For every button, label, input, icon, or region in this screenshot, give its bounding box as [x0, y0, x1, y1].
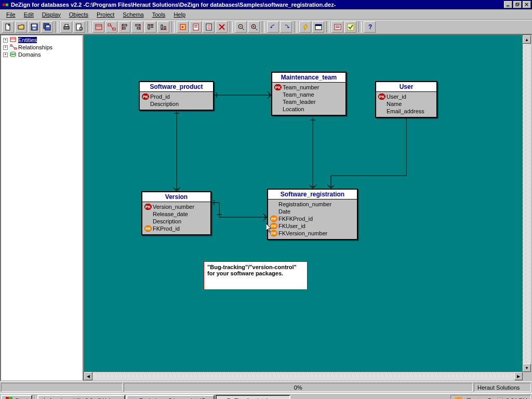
- note-box[interactable]: "Bug-tracking"/"version-control" for you…: [204, 261, 308, 290]
- field-row[interactable]: Date: [269, 208, 356, 215]
- expand-icon[interactable]: +: [3, 38, 8, 43]
- svg-rect-84: [9, 397, 12, 399]
- task-button-arachnophilia[interactable]: 🕷 Arachnophilia 3.9 - [H:\dez...: [37, 395, 125, 399]
- save-button[interactable]: [28, 21, 40, 33]
- menu-objects[interactable]: Objects: [65, 10, 92, 19]
- field-row[interactable]: PFFKProd_id: [143, 225, 209, 232]
- align-bottom-button[interactable]: [157, 21, 169, 33]
- window-button[interactable]: [312, 21, 324, 33]
- field-name: Email_address: [387, 108, 424, 114]
- help-button[interactable]: ?: [364, 21, 376, 33]
- print-button[interactable]: [60, 21, 72, 33]
- field-row[interactable]: Release_date: [143, 210, 209, 218]
- task-icon: 🔍: [130, 397, 138, 400]
- lightning-button[interactable]: [299, 21, 311, 33]
- align-top-button[interactable]: [144, 21, 156, 33]
- menu-edit[interactable]: Edit: [20, 10, 38, 19]
- entity-maintenance-team[interactable]: Maintenance_team PKTeam_number Team_name…: [271, 72, 347, 116]
- diagram-canvas[interactable]: Software_product PKProd_id Description M…: [84, 35, 531, 380]
- field-row[interactable]: PFFKVersion_number: [269, 230, 356, 237]
- field-row[interactable]: PKProd_id: [141, 93, 212, 100]
- align-left-button[interactable]: [118, 21, 130, 33]
- note-button[interactable]: [190, 21, 202, 33]
- scroll-down-button[interactable]: ▼: [523, 364, 531, 372]
- save-all-button[interactable]: [41, 21, 53, 33]
- menu-help[interactable]: Help: [169, 10, 190, 19]
- tray-icon-5[interactable]: 📋: [496, 396, 504, 399]
- field-row[interactable]: Team_leader: [273, 98, 344, 105]
- generate-button[interactable]: [177, 21, 189, 33]
- check-button[interactable]: [344, 21, 356, 33]
- scroll-track[interactable]: [523, 44, 531, 364]
- task-button-exploring[interactable]: 🔍 Exploring - C:\appsolute\D...: [126, 395, 215, 399]
- expand-icon[interactable]: +: [3, 45, 8, 50]
- horizontal-scrollbar[interactable]: ◀ ▶: [84, 372, 523, 380]
- field-row[interactable]: Registration_number: [269, 201, 356, 208]
- system-tray[interactable]: 📶 🖥 🔊 ⚙ 📋 2:24 PM: [450, 395, 531, 399]
- menu-project[interactable]: Project: [92, 10, 118, 19]
- menu-tools[interactable]: Tools: [148, 10, 170, 19]
- entity-version[interactable]: Version PKVersion_number Release_date De…: [141, 191, 211, 235]
- scroll-left-button[interactable]: ◀: [84, 372, 92, 380]
- zoom-in-button[interactable]: [248, 21, 260, 33]
- field-row[interactable]: PKTeam_number: [273, 84, 344, 91]
- zoom-out-button[interactable]: [235, 21, 247, 33]
- field-row[interactable]: Description: [141, 100, 212, 108]
- entity-title: Version: [142, 192, 210, 202]
- svg-rect-19: [108, 24, 111, 26]
- no-key-icon: [378, 108, 385, 114]
- report-button[interactable]: [203, 21, 215, 33]
- menu-schema[interactable]: Schema: [118, 10, 148, 19]
- no-key-icon: [274, 106, 282, 112]
- tray-icon-3[interactable]: 🔊: [475, 396, 483, 399]
- new-button[interactable]: [2, 21, 14, 33]
- svg-rect-2: [516, 3, 519, 5]
- svg-rect-32: [161, 25, 163, 29]
- field-row[interactable]: Description: [143, 218, 209, 225]
- entity-software-product[interactable]: Software_product PKProd_id Description: [139, 81, 214, 111]
- validate-button[interactable]: [216, 21, 228, 33]
- field-name: Prod_id: [150, 94, 170, 100]
- field-row[interactable]: PKUser_id: [377, 93, 435, 100]
- tray-icon-4[interactable]: ⚙: [485, 396, 494, 399]
- relationship-tool-button[interactable]: [105, 21, 117, 33]
- menu-display[interactable]: Display: [38, 10, 65, 19]
- undo-button[interactable]: [267, 21, 279, 33]
- field-row[interactable]: Team_name: [273, 91, 344, 98]
- task-button-dezign[interactable]: ■■ DeZign for databases...: [216, 395, 290, 399]
- svg-line-63: [12, 46, 15, 48]
- svg-rect-14: [65, 24, 68, 26]
- entity-software-registration[interactable]: Software_registration Registration_numbe…: [267, 189, 358, 240]
- tray-icon-1[interactable]: 📶: [454, 396, 462, 399]
- list-button[interactable]: [331, 21, 343, 33]
- svg-rect-12: [46, 25, 49, 27]
- scroll-track[interactable]: [92, 372, 514, 380]
- tree-item-domains[interactable]: + Domains: [2, 51, 81, 58]
- tree-item-relationships[interactable]: + Relationships: [2, 44, 81, 51]
- minimize-button[interactable]: [504, 1, 512, 8]
- print-preview-button[interactable]: [73, 21, 85, 33]
- entity-tool-button[interactable]: [92, 21, 104, 33]
- align-right-button[interactable]: [131, 21, 143, 33]
- entity-user[interactable]: User PKUser_id Name Email_address: [375, 81, 437, 118]
- tray-icon-2[interactable]: 🖥: [464, 396, 473, 399]
- open-button[interactable]: [15, 21, 27, 33]
- field-row[interactable]: Name: [377, 100, 435, 108]
- expand-icon[interactable]: +: [3, 52, 8, 57]
- tree-item-entities[interactable]: + Entities: [2, 36, 81, 44]
- scroll-up-button[interactable]: ▲: [523, 35, 531, 44]
- field-row[interactable]: Location: [273, 105, 344, 113]
- tree-panel[interactable]: + Entities + Relationships + Domains: [0, 34, 83, 381]
- vertical-scrollbar[interactable]: ▲ ▼: [523, 35, 531, 372]
- field-row[interactable]: PFFKUser_id: [269, 222, 356, 230]
- field-row[interactable]: PFFKFKProd_id: [269, 215, 356, 222]
- scroll-right-button[interactable]: ▶: [514, 372, 523, 380]
- svg-rect-26: [136, 24, 140, 26]
- close-button[interactable]: [523, 1, 531, 8]
- restore-button[interactable]: [513, 1, 522, 8]
- field-row[interactable]: PKVersion_number: [143, 203, 209, 210]
- menu-file[interactable]: File: [2, 10, 20, 19]
- start-button[interactable]: Start: [1, 395, 32, 399]
- redo-button[interactable]: [280, 21, 292, 33]
- field-row[interactable]: Email_address: [377, 108, 435, 115]
